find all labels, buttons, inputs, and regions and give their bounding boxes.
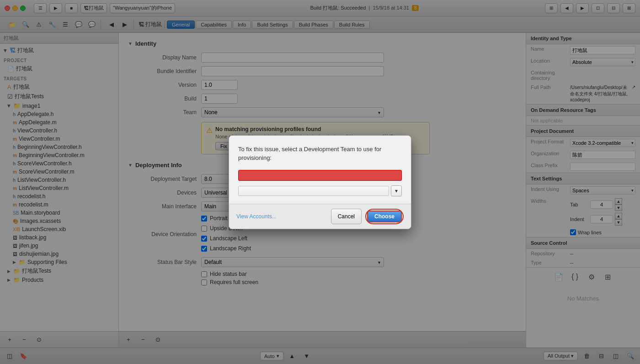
modal-overlay[interactable]: To fix this issue, select a Development … [0, 0, 640, 364]
modal-action-buttons: Cancel Choose [331, 209, 404, 224]
modal-select-arrow-btn[interactable]: ▾ [391, 185, 402, 196]
provisioning-modal: To fix this issue, select a Development … [229, 135, 411, 229]
modal-input-row [238, 170, 402, 181]
modal-red-input [238, 170, 402, 181]
modal-cancel-button[interactable]: Cancel [331, 209, 362, 224]
modal-select-row: ▾ [238, 185, 402, 196]
modal-title: To fix this issue, select a Development … [238, 145, 402, 163]
modal-choose-button[interactable]: Choose [367, 211, 402, 222]
modal-body: To fix this issue, select a Development … [229, 136, 411, 204]
modal-footer: View Accounts... Cancel Choose [229, 204, 411, 229]
modal-team-select[interactable] [238, 186, 389, 196]
view-accounts-link[interactable]: View Accounts... [236, 213, 277, 220]
choose-button-wrapper: Choose [365, 209, 404, 224]
